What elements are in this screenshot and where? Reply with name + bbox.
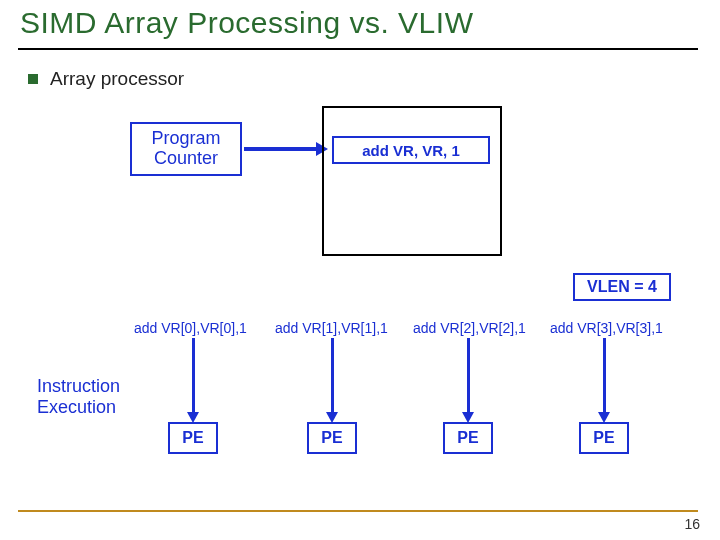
arrow-pc-to-instr xyxy=(244,147,318,151)
lane-label-1: add VR[1],VR[1],1 xyxy=(275,320,388,336)
lane-label-2: add VR[2],VR[2],1 xyxy=(413,320,526,336)
pe-label-1: PE xyxy=(321,429,342,447)
lane-label-3: add VR[3],VR[3],1 xyxy=(550,320,663,336)
instruction-text: add VR, VR, 1 xyxy=(362,142,460,159)
pe-label-0: PE xyxy=(182,429,203,447)
pe-label-3: PE xyxy=(593,429,614,447)
lane-arrow-0 xyxy=(192,338,195,414)
diagram: Program Counter add VR, VR, 1 VLEN = 4 I… xyxy=(0,0,720,540)
instruction-execution-label: Instruction Execution xyxy=(37,376,120,417)
page-number: 16 xyxy=(684,516,700,532)
footer-rule xyxy=(18,510,698,512)
pe-box-0: PE xyxy=(168,422,218,454)
lane-label-0: add VR[0],VR[0],1 xyxy=(134,320,247,336)
lane-arrow-2 xyxy=(467,338,470,414)
instruction-frame xyxy=(322,106,502,256)
instruction-box: add VR, VR, 1 xyxy=(332,136,490,164)
pe-label-2: PE xyxy=(457,429,478,447)
pe-box-2: PE xyxy=(443,422,493,454)
vlen-text: VLEN = 4 xyxy=(587,278,657,296)
pe-box-1: PE xyxy=(307,422,357,454)
lane-arrow-3 xyxy=(603,338,606,414)
vlen-box: VLEN = 4 xyxy=(573,273,671,301)
program-counter-label: Program Counter xyxy=(151,129,220,169)
pe-box-3: PE xyxy=(579,422,629,454)
lane-arrow-1 xyxy=(331,338,334,414)
program-counter-box: Program Counter xyxy=(130,122,242,176)
